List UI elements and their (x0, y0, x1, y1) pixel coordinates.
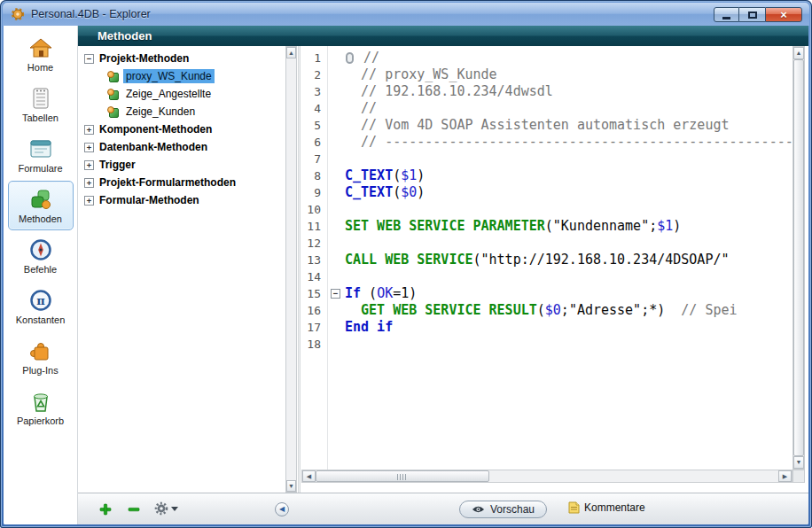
code-line[interactable] (329, 268, 792, 285)
code-line[interactable]: // (329, 50, 792, 66)
fold-margin (329, 151, 345, 167)
titlebar[interactable]: Personal.4DB - Explorer × (3, 3, 809, 26)
scroll-up-icon[interactable]: ▲ (286, 47, 296, 58)
scroll-left-icon[interactable]: ◀ (302, 470, 316, 482)
code-line[interactable]: // -------------------------------------… (329, 134, 792, 151)
tree-group-label: Projekt-Methoden (99, 52, 189, 65)
tree-group-label: Formular-Methoden (99, 194, 199, 206)
fold-margin (329, 252, 345, 268)
fold-margin (329, 117, 345, 134)
tree-group-row[interactable]: +Datenbank-Methoden (79, 138, 285, 156)
expand-expander-icon[interactable]: + (84, 196, 94, 206)
code-line[interactable] (329, 151, 792, 167)
bottom-toolbar: ◀ Vorschau Kommentare (78, 493, 808, 524)
scroll-down-icon[interactable]: ▼ (286, 480, 296, 492)
expand-expander-icon[interactable]: + (84, 160, 94, 170)
tree-group-row[interactable]: +Projekt-Formularmethoden (79, 174, 285, 191)
collapse-expander-icon[interactable]: − (84, 54, 94, 64)
code-line[interactable]: // Vom 4D SOAP Assistenten automatisch e… (329, 117, 792, 134)
sidebar-item-papierkorb[interactable]: Papierkorb (8, 383, 74, 432)
plugins-icon (27, 338, 54, 363)
code-lines: // // proxy_WS_Kunde // 192.168.10.234/4… (329, 50, 792, 353)
tree-group-row[interactable]: +Formular-Methoden (79, 191, 285, 209)
app-icon (11, 7, 25, 21)
fold-margin (329, 134, 345, 151)
editor-vscrollbar[interactable]: ▲ ▼ (792, 46, 805, 470)
code-editor[interactable]: // // proxy_WS_Kunde // 192.168.10.234/4… (329, 46, 792, 470)
editor-hscrollbar[interactable]: ◀ ▶ (301, 470, 792, 483)
code-line[interactable] (329, 201, 792, 218)
code-line[interactable]: −If (OK=1) (329, 285, 792, 302)
tree-group-label: Komponent-Methoden (99, 123, 212, 136)
code-line[interactable]: C_TEXT($1) (329, 167, 792, 184)
line-number: 1 (301, 50, 327, 66)
sidebar-item-label: Befehle (24, 264, 57, 275)
hscroll-thumb[interactable] (316, 470, 489, 482)
vscroll-thumb[interactable] (793, 59, 804, 456)
vscroll-track[interactable] (793, 59, 804, 456)
tree-method-row[interactable]: proxy_WS_Kunde (79, 67, 285, 85)
sidebar-item-formulare[interactable]: Formulare (8, 130, 74, 180)
delete-method-button[interactable] (126, 501, 142, 517)
method-icon (107, 89, 119, 100)
tree-group-row[interactable]: +Komponent-Methoden (79, 120, 285, 138)
dropdown-arrow-icon (171, 507, 178, 511)
close-button[interactable]: × (765, 7, 802, 22)
code-line-text: // Vom 4D SOAP Assistenten automatisch e… (345, 117, 729, 134)
actions-menu-button[interactable] (154, 501, 178, 516)
tree-method-row[interactable]: Zeige_Kunden (79, 103, 285, 120)
hscroll-track[interactable] (316, 470, 778, 482)
fold-collapse-icon[interactable]: − (329, 285, 345, 302)
code-line[interactable] (329, 235, 792, 252)
maximize-icon (748, 12, 757, 19)
sidebar-item-befehle[interactable]: Befehle (8, 231, 74, 281)
code-line[interactable]: SET WEB SERVICE PARAMETER("Kundenname";$… (329, 218, 792, 235)
tree-group-row[interactable]: +Trigger (79, 156, 285, 174)
code-line[interactable]: C_TEXT($0) (329, 184, 792, 201)
preview-button[interactable]: Vorschau (459, 501, 547, 518)
code-line-text: GET WEB SERVICE RESULT($0;"Adresse";*) /… (345, 302, 738, 319)
forms-icon (27, 136, 54, 161)
code-line[interactable]: // proxy_WS_Kunde (329, 66, 792, 83)
minimize-button[interactable] (714, 7, 739, 22)
expand-expander-icon[interactable]: + (84, 143, 94, 152)
tree-method-label: Zeige_Angestellte (123, 87, 214, 101)
scroll-right-icon[interactable]: ▶ (778, 470, 792, 482)
panel-header: Methoden (78, 26, 808, 46)
sidebar-item-konstanten[interactable]: π Konstanten (8, 282, 74, 331)
tree-group-row[interactable]: −Projekt-Methoden (79, 50, 285, 67)
tree-group-label: Projekt-Formularmethoden (99, 176, 236, 189)
expand-expander-icon[interactable]: + (84, 178, 94, 188)
comments-button[interactable]: Kommentare (567, 501, 645, 514)
scroll-down-icon[interactable]: ▼ (793, 456, 804, 469)
expand-expander-icon[interactable]: + (84, 125, 94, 135)
tree-method-row[interactable]: Zeige_Angestellte (79, 85, 285, 103)
commands-icon (27, 237, 54, 262)
sidebar-item-label: Formulare (18, 163, 62, 174)
code-line[interactable]: CALL WEB SERVICE("http://192.168.10.234/… (329, 252, 792, 268)
collapsed-marker-icon[interactable] (346, 52, 354, 64)
sidebar-item-plugins[interactable]: Plug-Ins (8, 332, 74, 382)
sidebar-item-label: Plug-Ins (22, 365, 58, 376)
add-method-button[interactable] (98, 501, 113, 517)
sidebar-item-label: Konstanten (16, 314, 66, 325)
code-line[interactable] (329, 336, 792, 353)
line-number: 18 (301, 336, 327, 353)
sidebar-item-tabellen[interactable]: Tabellen (8, 80, 74, 129)
code-line[interactable]: // (329, 100, 792, 117)
fold-margin (329, 302, 345, 319)
sidebar-item-methoden[interactable]: Methoden (8, 181, 74, 230)
sidebar-item-home[interactable]: Home (8, 29, 74, 79)
collapse-panel-button[interactable]: ◀ (275, 502, 289, 516)
tree-scrollbar[interactable]: ▲ ▼ (285, 46, 297, 493)
method-icon (107, 106, 119, 118)
code-line[interactable]: GET WEB SERVICE RESULT($0;"Adresse";*) /… (329, 302, 792, 319)
scroll-up-icon[interactable]: ▲ (793, 47, 804, 59)
panel-splitter[interactable] (298, 46, 301, 493)
tree-method-label: Zeige_Kunden (123, 105, 198, 119)
code-line[interactable]: // 192.168.10.234/4dwsdl (329, 83, 792, 100)
fold-margin (329, 319, 345, 336)
code-line[interactable]: End if (329, 319, 792, 336)
plus-icon (98, 502, 113, 516)
maximize-button[interactable] (739, 7, 765, 22)
